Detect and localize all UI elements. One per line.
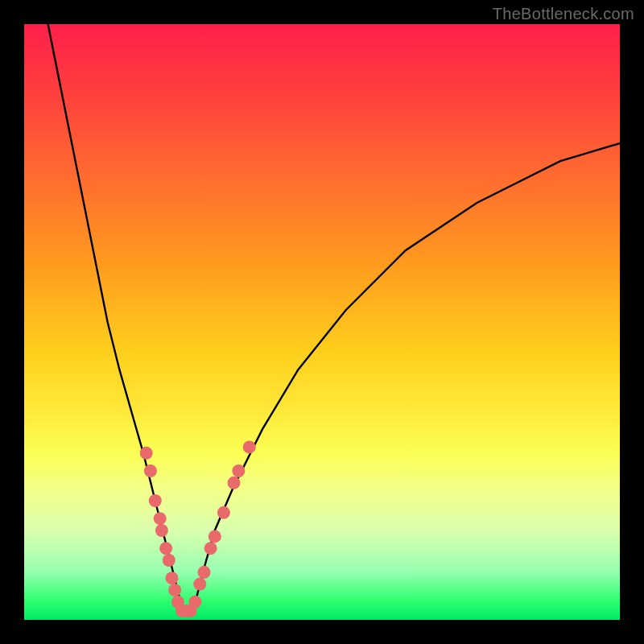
scatter-dot: [198, 566, 211, 579]
bottleneck-curve: [48, 24, 620, 614]
scatter-dot: [149, 494, 162, 507]
scatter-dot: [159, 542, 172, 555]
scatter-dot: [217, 506, 230, 519]
watermark-text: TheBottleneck.com: [493, 5, 634, 23]
chart-frame: TheBottleneck.com: [0, 0, 644, 644]
scatter-dot: [166, 572, 179, 584]
scatter-dot: [193, 578, 206, 591]
scatter-dot: [168, 584, 181, 597]
scatter-dot: [163, 554, 175, 567]
plot-area: [24, 24, 620, 620]
curve-layer: [24, 24, 620, 620]
scatter-dot: [208, 530, 221, 543]
scatter-dot: [154, 512, 167, 525]
scatter-dot: [140, 447, 153, 460]
scatter-dot: [188, 596, 201, 609]
scatter-dot: [144, 464, 157, 477]
scatter-dot: [155, 524, 168, 537]
scatter-dot: [243, 440, 256, 453]
scatter-dot: [232, 464, 245, 477]
scatter-dot: [204, 542, 217, 555]
scatter-dot: [228, 477, 241, 489]
